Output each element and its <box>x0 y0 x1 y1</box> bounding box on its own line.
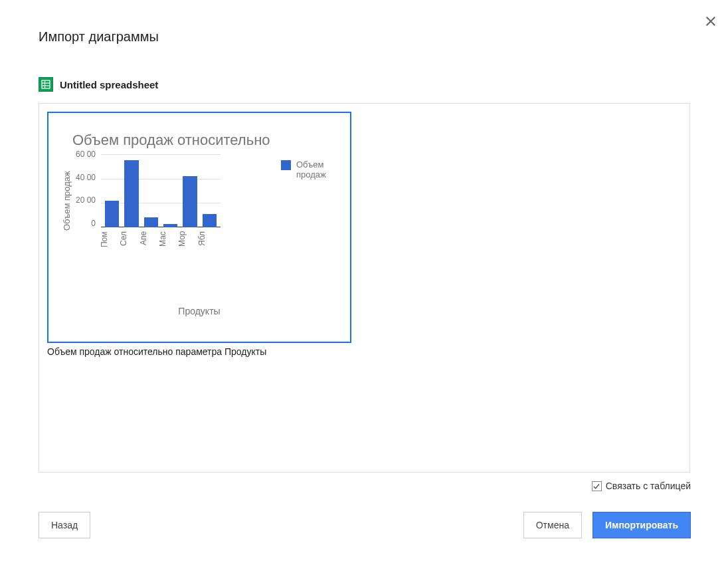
svg-rect-0 <box>42 80 50 88</box>
chart-bar <box>203 214 217 227</box>
x-tick: Пом <box>100 231 114 258</box>
y-ticks: 60 00 40 00 20 00 0 <box>76 154 96 227</box>
chart-picker-panel: Объем продаж относительно Объем продаж О… <box>39 103 690 473</box>
cancel-button[interactable]: Отмена <box>523 512 582 538</box>
chart-bar <box>124 160 138 227</box>
dialog-title: Импорт диаграммы <box>39 29 159 45</box>
chart-bar <box>144 217 158 227</box>
file-row: Untitled spreadsheet <box>39 77 158 92</box>
chart-bar <box>105 201 119 227</box>
x-axis-label: Продукты <box>62 306 337 316</box>
close-icon[interactable] <box>703 13 719 29</box>
chart-title: Объем продаж относительно <box>72 132 337 149</box>
x-tick: Мор <box>177 231 191 258</box>
x-tick: Мас <box>158 231 172 258</box>
link-to-spreadsheet-row[interactable]: Связать с таблицей <box>592 481 691 491</box>
x-tick: Сел <box>119 231 133 258</box>
file-name: Untitled spreadsheet <box>60 79 158 90</box>
back-button[interactable]: Назад <box>39 512 90 538</box>
x-ticks: ПомСелАпеМасМорЯбл <box>96 231 215 258</box>
chart-bar <box>163 224 177 228</box>
link-label: Связать с таблицей <box>606 481 691 491</box>
x-tick: Ябл <box>197 231 211 258</box>
chart-caption: Объем продаж относительно параметра Прод… <box>47 346 351 358</box>
import-button[interactable]: Импортировать <box>592 512 691 538</box>
link-checkbox[interactable] <box>592 481 602 491</box>
y-axis-label: Объем продаж <box>62 154 72 247</box>
sheets-icon <box>39 77 53 92</box>
x-tick: Апе <box>139 231 153 258</box>
chart-plot <box>101 154 221 227</box>
chart-thumbnail[interactable]: Объем продаж относительно Объем продаж О… <box>47 112 351 343</box>
chart-bar <box>183 176 197 227</box>
